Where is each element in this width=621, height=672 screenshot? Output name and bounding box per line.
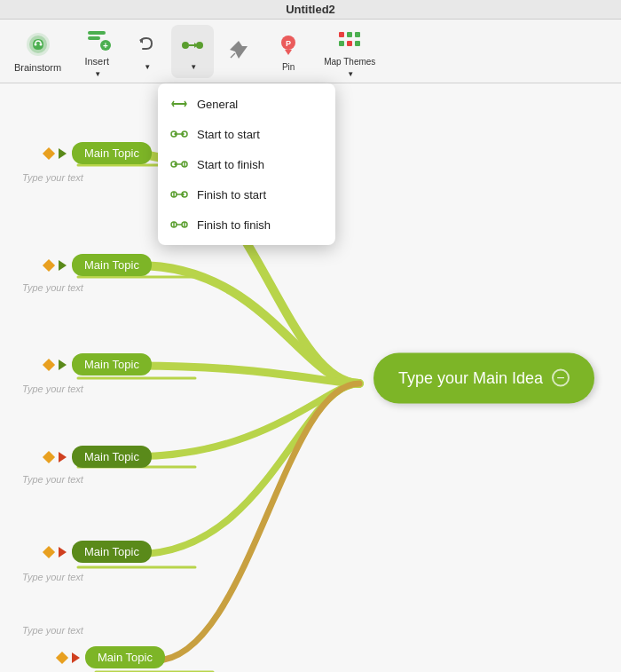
svg-point-3: [39, 43, 42, 45]
topic-5-node[interactable]: Main Topic: [44, 541, 152, 563]
open-project-button[interactable]: P Pin: [263, 25, 313, 78]
topic-6-label: Main Topic: [85, 646, 165, 668]
svg-text:+: +: [103, 41, 108, 51]
relation-button[interactable]: ▼: [171, 25, 214, 78]
svg-rect-19: [355, 41, 360, 46]
main-idea-node[interactable]: Type your Main Idea −: [373, 352, 594, 403]
topic-1-node[interactable]: Main Topic: [44, 142, 152, 164]
relation-dropdown-arrow: ▼: [190, 63, 197, 71]
type-text-6: Type your text: [22, 625, 83, 636]
svg-line-11: [231, 53, 235, 58]
type-text-1: Type your text: [22, 172, 83, 183]
svg-rect-17: [347, 41, 352, 46]
brainstorm-label: Brainstorm: [14, 62, 61, 73]
general-arrows-icon: [170, 95, 188, 113]
topic-4-diamond: [43, 450, 55, 462]
dropdown-item-start-to-finish[interactable]: Start to finish: [158, 149, 335, 179]
topic-3-diamond: [43, 358, 55, 370]
brainstorm-button[interactable]: Brainstorm: [7, 25, 68, 78]
open-project-label: Pin: [282, 62, 295, 72]
map-themes-icon: [335, 25, 364, 53]
relation-icon: [178, 31, 207, 59]
insert-label: Insert: [84, 56, 109, 67]
topic-1-arrow: [59, 148, 67, 159]
topic-6-node[interactable]: Main Topic: [58, 646, 165, 668]
insert-button[interactable]: + Insert ▼: [72, 25, 122, 78]
svg-marker-8: [139, 38, 143, 43]
brainstorm-icon: [24, 30, 52, 59]
type-text-5: Type your text: [22, 572, 83, 582]
topic-3-label: Main Topic: [72, 353, 152, 376]
dropdown-item-start-to-start[interactable]: Start to start: [158, 119, 335, 149]
window-title: Untitled2: [286, 3, 335, 16]
pin-button[interactable]: [217, 25, 260, 78]
topic-2-arrow: [59, 260, 67, 271]
finish-to-finish-label: Finish to finish: [197, 218, 271, 232]
svg-text:P: P: [286, 39, 291, 48]
svg-rect-14: [339, 32, 344, 37]
start-to-finish-label: Start to finish: [197, 158, 264, 171]
pin-icon: [224, 36, 253, 64]
open-project-icon: P: [274, 30, 303, 59]
finish-to-finish-icon: [170, 216, 188, 233]
start-to-finish-icon: [170, 155, 188, 173]
title-bar: Untitled2: [0, 0, 621, 20]
svg-rect-18: [355, 32, 360, 37]
svg-point-2: [34, 43, 36, 45]
dropdown-item-finish-to-start[interactable]: Finish to start: [158, 179, 335, 210]
svg-point-9: [182, 42, 189, 49]
start-to-start-label: Start to start: [197, 128, 260, 141]
topic-3-arrow: [59, 360, 67, 370]
type-text-2: Type your text: [22, 282, 83, 293]
map-themes-dropdown-arrow: ▼: [347, 70, 354, 78]
dropdown-item-finish-to-finish[interactable]: Finish to finish: [158, 210, 335, 240]
undo-dropdown-arrow: ▼: [144, 63, 151, 71]
svg-rect-15: [339, 41, 344, 46]
undo-button[interactable]: ▼: [125, 25, 168, 78]
topic-3-node[interactable]: Main Topic: [44, 353, 152, 376]
collapse-button[interactable]: −: [552, 369, 570, 387]
finish-to-start-label: Finish to start: [197, 188, 266, 202]
relation-dropdown-menu: General Start to start Start to finish: [158, 83, 335, 245]
topic-1-label: Main Topic: [72, 142, 152, 164]
topic-2-node[interactable]: Main Topic: [44, 254, 152, 276]
topic-4-node[interactable]: Main Topic: [44, 446, 152, 468]
topic-2-label: Main Topic: [72, 254, 152, 276]
topic-5-label: Main Topic: [72, 541, 152, 563]
svg-rect-5: [88, 36, 100, 40]
topic-1-diamond: [43, 146, 55, 159]
type-text-4: Type your text: [22, 474, 83, 485]
type-text-3: Type your text: [22, 383, 83, 394]
topic-6-diamond: [56, 651, 68, 663]
topic-4-label: Main Topic: [72, 446, 152, 468]
finish-to-start-icon: [170, 186, 188, 203]
topic-2-diamond: [43, 258, 55, 271]
dropdown-item-general[interactable]: General: [158, 89, 335, 119]
general-label: General: [197, 98, 238, 111]
topic-5-arrow: [59, 547, 67, 557]
topic-4-arrow: [59, 452, 67, 462]
topic-6-arrow: [72, 652, 80, 663]
map-themes-button[interactable]: Map Themes ▼: [317, 25, 382, 78]
start-to-start-icon: [170, 125, 188, 143]
undo-icon: [132, 31, 161, 59]
main-idea-text: Type your Main Idea: [398, 368, 543, 387]
svg-rect-4: [88, 31, 106, 35]
svg-rect-16: [347, 32, 352, 37]
map-themes-label: Map Themes: [324, 57, 375, 67]
toolbar: Brainstorm + Insert ▼ ▼: [0, 20, 621, 83]
insert-icon: +: [83, 24, 111, 52]
topic-5-diamond: [43, 545, 55, 557]
insert-dropdown-arrow: ▼: [94, 70, 101, 78]
